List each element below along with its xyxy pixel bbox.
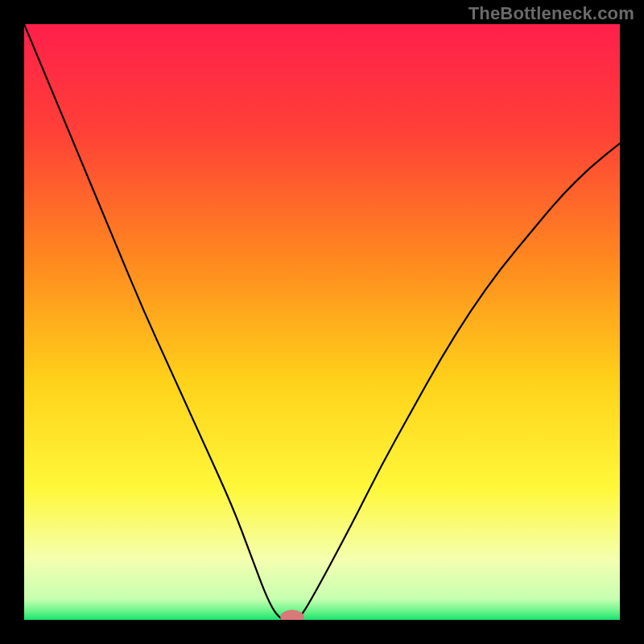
bottleneck-chart [24,24,620,620]
chart-background [24,24,620,620]
watermark-text: TheBottleneck.com [469,3,634,24]
chart-svg [24,24,620,620]
chart-frame: TheBottleneck.com [0,0,644,644]
